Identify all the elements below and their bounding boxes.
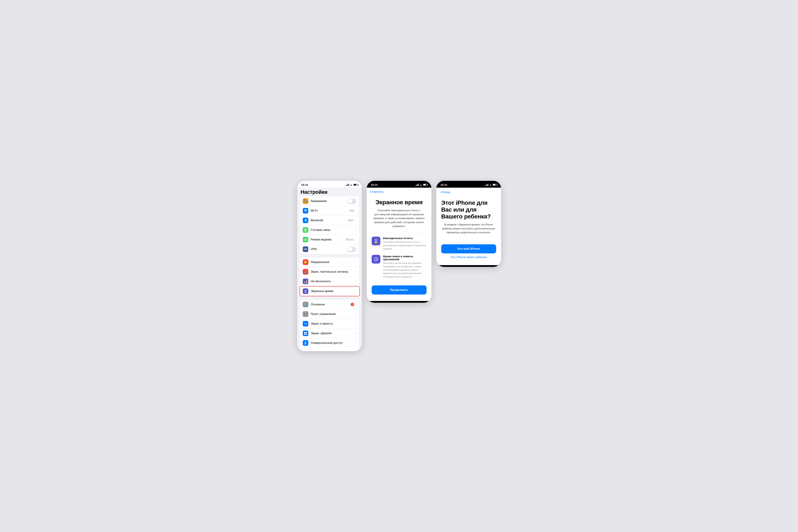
weekly-reports-title: Еженедельные отчеты [383,236,426,240]
screen3-title: Этот iPhone для Вас или для Вашего ребен… [441,200,496,220]
svg-point-1 [305,229,306,230]
display-row[interactable]: AA Экран и яркость › [300,319,359,329]
bluetooth-icon [303,217,308,223]
accessibility-icon [303,340,308,346]
weekly-reports-icon: ⌛ [372,236,380,245]
svg-rect-2 [304,239,307,241]
screen3-status-bar: 15:14 ▲ [436,181,501,188]
signal-icon [346,184,349,186]
wifi-chevron: › [355,209,356,212]
screen2-main-content: Экранное время Получайте еженедельные от… [367,195,432,283]
general-group: ⚙️ Основные 1 › 🎛️ Пункт управления › AA… [297,300,362,348]
screen3-subtitle: В разделе «Экранное время» на iPhone реб… [441,223,496,234]
screen3-main-content: Этот iPhone для Вас или для Вашего ребен… [436,196,501,234]
back-chevron-icon: ‹ [440,190,441,194]
vpn-row[interactable]: VPN VPN [300,245,359,254]
accessibility-label: Универсальный доступ [311,341,355,345]
homescreen-icon [303,330,308,336]
cancel-button[interactable]: Отменить [370,190,384,193]
wifi-icon-row [303,208,308,213]
homescreen-label: Экран «Домой» [311,331,355,335]
my-iphone-button[interactable]: Это мой iPhone [441,244,496,253]
modem-value: Выкл. [346,238,354,241]
feature-downtime: Время покоя и лимиты приложений Настройт… [372,255,426,279]
screen2-status-icons: ▲ [416,184,427,186]
modem-row[interactable]: Режим модема Выкл. › [300,235,359,245]
screen2-frame: 15:14 ▲ Отменить Экранное время [367,181,432,303]
screen2-subtitle: Получайте еженедельные отчеты с достовер… [372,208,426,228]
accessibility-chevron: › [355,341,356,344]
vpn-icon: VPN [303,246,308,252]
screen3-home-indicator [457,264,480,265]
display-chevron: › [355,322,356,325]
downtime-title: Время покоя и лимиты приложений [383,255,426,261]
downtime-text: Время покоя и лимиты приложений Настройт… [383,255,426,279]
cellular-row[interactable]: Сотовая связь › [300,225,359,235]
control-label: Пункт управления [311,312,355,316]
general-row[interactable]: ⚙️ Основные 1 › [300,300,359,309]
cellular-label: Сотовая связь [311,228,355,232]
screentime-row[interactable]: ⌛ Экранное время › [300,286,359,296]
sounds-row[interactable]: 🔊 Звуки, тактильные сигналы › [300,267,359,277]
screen1-time: 15:13 [301,183,308,186]
child-iphone-button[interactable]: Это iPhone моего ребенка [441,253,496,261]
downtime-desc: Настройте расписание для времени, провод… [383,262,426,279]
screen2-wifi-icon: ▲ [420,184,422,186]
modem-icon [303,237,308,242]
screentime-label: Экранное время [311,289,356,293]
display-icon: AA [303,321,308,326]
airplane-toggle[interactable] [347,198,356,204]
bluetooth-chevron: › [355,219,356,222]
screentime-icon: ⌛ [303,288,308,294]
screen1-frame: 15:13 ▲ Настройки ✈️ [297,181,362,351]
battery-icon [354,184,358,186]
wifi-value: fmk [349,209,354,212]
sounds-label: Звуки, тактильные сигналы [311,270,355,273]
screen2-title: Экранное время [372,199,426,206]
wifi-row[interactable]: Wi-Fi fmk › [300,206,359,216]
connectivity-group: ✈️ Авиарежим Wi-Fi fmk › [297,196,362,254]
modem-chevron: › [355,238,356,241]
back-button[interactable]: ‹ Назад [440,190,450,194]
screen2-time: 15:14 [371,183,378,186]
airplane-icon: ✈️ [303,198,308,204]
screen3-time: 15:14 [440,183,447,186]
general-icon: ⚙️ [303,302,308,307]
homescreen-row[interactable]: Экран «Домой» › [300,329,359,338]
screen3-battery-icon [493,184,497,186]
accessibility-row[interactable]: Универсальный доступ › [300,338,359,348]
screen3-signal-icon [485,184,488,186]
wifi-label: Wi-Fi [311,209,349,212]
bluetooth-row[interactable]: Bluetooth Вкл. › [300,216,359,225]
bluetooth-value: Вкл. [348,218,354,222]
screen3-status-icons: ▲ [485,184,497,186]
notifications-group: 🔔 Уведомления › 🔊 Звуки, тактильные сигн… [297,258,362,296]
screen3-footer: Это мой iPhone Это iPhone моего ребенка [436,242,501,263]
continue-button[interactable]: Продолжить [372,285,426,294]
screen3-wifi-icon: ▲ [489,184,492,186]
vpn-toggle[interactable] [347,247,356,252]
dnd-row[interactable]: 🌙 Не беспокоить › [300,277,359,286]
notifications-row[interactable]: 🔔 Уведомления › [300,258,359,267]
bluetooth-label: Bluetooth [311,218,348,222]
screen2-footer: Продолжить [367,283,432,299]
screen2-battery-icon [423,184,427,186]
airplane-row[interactable]: ✈️ Авиарежим [300,196,359,206]
screen1-status-bar: 15:13 ▲ [297,181,362,188]
feature-weekly-reports: ⌛ Еженедельные отчеты Получайте еженедел… [372,236,426,251]
back-label: Назад [442,190,450,194]
screentime-chevron: › [356,290,356,293]
notifications-icon: 🔔 [303,259,308,265]
cellular-icon [303,227,308,233]
svg-rect-6 [306,332,307,333]
svg-rect-7 [304,334,305,335]
homescreen-chevron: › [355,332,356,335]
screen3-nav: ‹ Назад [436,188,501,196]
sounds-icon: 🔊 [303,269,308,274]
screen3-frame: 15:14 ▲ ‹ Назад [436,181,501,267]
settings-title: Настройки [297,188,362,196]
control-row[interactable]: 🎛️ Пункт управления › [300,309,359,319]
vpn-label: VPN [311,247,347,251]
cellular-chevron: › [355,228,356,231]
weekly-reports-desc: Получайте еженедельные отчеты с достовер… [383,240,426,251]
